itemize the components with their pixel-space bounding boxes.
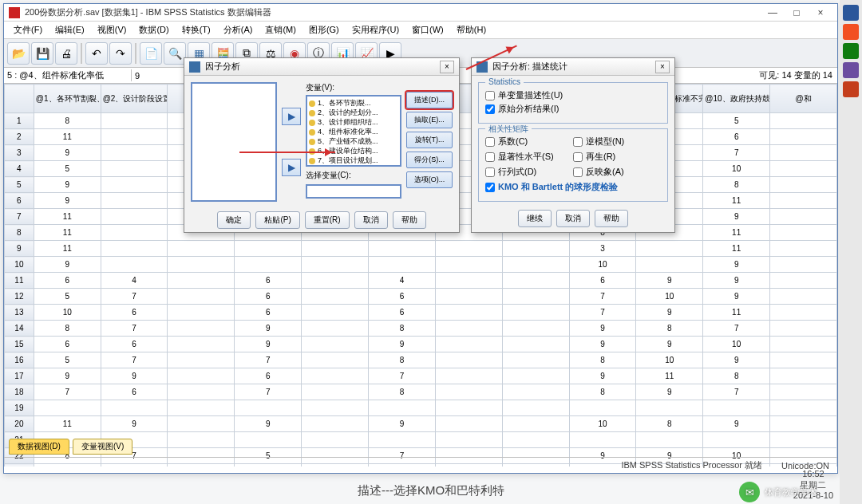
- save-icon[interactable]: 💾: [31, 42, 53, 65]
- data-cell[interactable]: 9: [636, 384, 703, 400]
- open-icon[interactable]: 📂: [7, 42, 30, 65]
- data-cell[interactable]: [569, 432, 636, 448]
- data-cell[interactable]: [168, 352, 235, 368]
- data-cell[interactable]: 7: [101, 289, 168, 305]
- data-cell[interactable]: 6: [101, 305, 168, 321]
- data-cell[interactable]: 7: [703, 384, 770, 400]
- data-cell[interactable]: [770, 321, 837, 337]
- data-cell[interactable]: 4: [369, 273, 436, 289]
- data-cell[interactable]: 7: [34, 384, 101, 400]
- data-cell[interactable]: [235, 241, 302, 257]
- data-cell[interactable]: [302, 241, 369, 257]
- data-cell[interactable]: [101, 129, 168, 145]
- cancel2-button[interactable]: 取消: [556, 210, 590, 227]
- move-right-button[interactable]: ▶: [282, 108, 301, 125]
- data-cell[interactable]: [636, 257, 703, 273]
- data-cell[interactable]: [636, 432, 703, 448]
- data-cell[interactable]: 9: [569, 321, 636, 337]
- menu-analyze[interactable]: 分析(A): [217, 22, 259, 37]
- row-header[interactable]: 6: [5, 193, 34, 209]
- data-cell[interactable]: 9: [101, 416, 168, 432]
- col-header[interactable]: @1、各环节割裂、共享、反馈机制不完善: [34, 85, 101, 113]
- data-cell[interactable]: [302, 257, 369, 273]
- data-cell[interactable]: [168, 257, 235, 273]
- data-cell[interactable]: [168, 337, 235, 352]
- data-cell[interactable]: 8: [369, 321, 436, 337]
- ok-button[interactable]: 确定: [217, 211, 251, 229]
- data-cell[interactable]: [302, 352, 369, 368]
- data-cell[interactable]: [435, 368, 502, 384]
- data-cell[interactable]: [502, 305, 569, 321]
- univariate-check[interactable]: 单变量描述性(U): [485, 89, 661, 101]
- kmo-check[interactable]: KMO 和 Bartlett 的球形度检验: [485, 181, 661, 193]
- anti-check[interactable]: 反映象(A): [573, 166, 661, 178]
- data-cell[interactable]: 9: [34, 257, 101, 273]
- data-cell[interactable]: [235, 432, 302, 448]
- data-cell[interactable]: 11: [703, 305, 770, 321]
- data-cell[interactable]: [435, 400, 502, 416]
- data-cell[interactable]: [435, 384, 502, 400]
- data-cell[interactable]: [770, 416, 837, 432]
- data-cell[interactable]: 10: [569, 416, 636, 432]
- data-cell[interactable]: [770, 129, 837, 145]
- data-cell[interactable]: 6: [369, 305, 436, 321]
- data-cell[interactable]: [636, 400, 703, 416]
- menu-window[interactable]: 窗口(W): [405, 22, 450, 37]
- inverse-check[interactable]: 逆模型(N): [573, 136, 661, 148]
- data-cell[interactable]: [302, 400, 369, 416]
- move-sel-button[interactable]: ▶: [282, 159, 301, 176]
- data-cell[interactable]: [770, 305, 837, 321]
- tab-data-view[interactable]: 数据视图(D): [9, 439, 69, 455]
- data-cell[interactable]: [502, 337, 569, 352]
- data-cell[interactable]: [302, 416, 369, 432]
- data-cell[interactable]: [435, 289, 502, 305]
- data-cell[interactable]: [101, 193, 168, 209]
- data-cell[interactable]: [168, 273, 235, 289]
- data-cell[interactable]: [369, 400, 436, 416]
- data-cell[interactable]: [636, 241, 703, 257]
- data-cell[interactable]: 7: [369, 368, 436, 384]
- data-cell[interactable]: [770, 209, 837, 225]
- data-cell[interactable]: 5: [703, 113, 770, 129]
- data-cell[interactable]: 8: [569, 352, 636, 368]
- data-cell[interactable]: 7: [569, 305, 636, 321]
- data-cell[interactable]: 10: [636, 289, 703, 305]
- data-cell[interactable]: [435, 257, 502, 273]
- data-cell[interactable]: [302, 384, 369, 400]
- data-cell[interactable]: [168, 416, 235, 432]
- data-cell[interactable]: [34, 400, 101, 416]
- data-cell[interactable]: [703, 432, 770, 448]
- data-cell[interactable]: [168, 305, 235, 321]
- close-button[interactable]: ×: [809, 5, 832, 21]
- var-item[interactable]: 7、项目设计规划...: [309, 156, 398, 165]
- data-cell[interactable]: 11: [703, 241, 770, 257]
- data-cell[interactable]: 9: [34, 177, 101, 193]
- data-cell[interactable]: 8: [703, 177, 770, 193]
- tray-ico4[interactable]: [843, 62, 859, 78]
- data-cell[interactable]: 7: [235, 352, 302, 368]
- repro-check[interactable]: 再生(R): [573, 151, 661, 163]
- menu-data[interactable]: 数据(D): [132, 22, 175, 37]
- data-cell[interactable]: [502, 273, 569, 289]
- data-cell[interactable]: 10: [34, 305, 101, 321]
- row-header[interactable]: 10: [5, 257, 34, 273]
- data-cell[interactable]: [101, 241, 168, 257]
- data-cell[interactable]: [168, 400, 235, 416]
- row-header[interactable]: 13: [5, 305, 34, 321]
- continue-button[interactable]: 继续: [518, 210, 552, 227]
- data-cell[interactable]: [302, 337, 369, 352]
- col-header[interactable]: @10、政府扶持鼓励措施不足、监管机制不健全: [703, 85, 770, 113]
- var-item[interactable]: 1、各环节割裂...: [309, 98, 398, 108]
- rotate-button[interactable]: 旋转(T)...: [406, 132, 453, 148]
- data-cell[interactable]: [101, 225, 168, 241]
- data-cell[interactable]: 11: [34, 225, 101, 241]
- scores-button[interactable]: 得分(S)...: [406, 152, 453, 168]
- menu-file[interactable]: 文件(F): [7, 22, 49, 37]
- data-cell[interactable]: 9: [636, 273, 703, 289]
- data-cell[interactable]: [235, 257, 302, 273]
- data-cell[interactable]: 9: [369, 416, 436, 432]
- options-button[interactable]: 选项(O)...: [406, 171, 453, 188]
- row-header[interactable]: 4: [5, 161, 34, 177]
- data-cell[interactable]: [369, 257, 436, 273]
- data-cell[interactable]: 8: [34, 113, 101, 129]
